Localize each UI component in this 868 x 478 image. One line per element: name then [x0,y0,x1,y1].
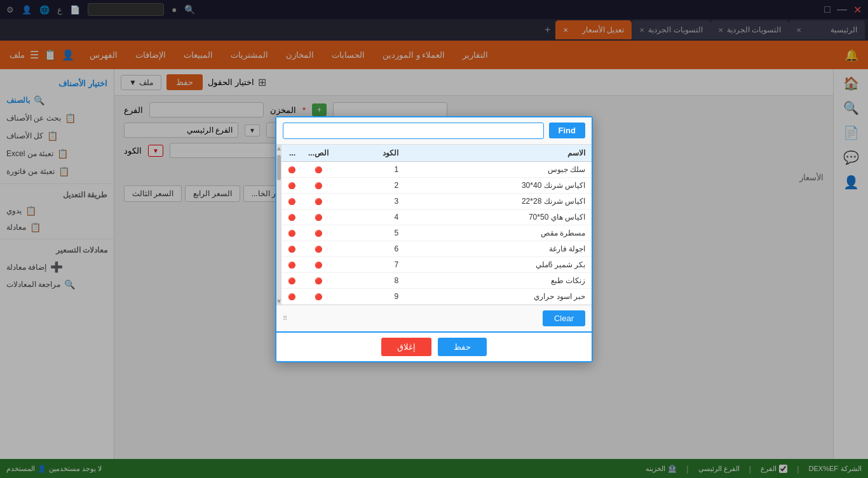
modal-table-row[interactable]: زنكات طبع 8 🔴 🔴 [281,272,592,288]
search-modal: Find الاسم الكود الص... ... [275,116,593,362]
modal-table: الاسم الكود الص... ... سلك جبوس 1 🔴 🔴 اك… [281,145,592,305]
modal-footer: Clear ⠿ [276,305,592,331]
row-code: 6 [335,241,405,256]
modal-bottom-bar: حفظ إغلاق [276,331,592,361]
row-icon2: 🔴 [302,256,335,272]
row-code: 8 [335,272,405,288]
row-name: مسطرة مقص [405,225,592,241]
modal-table-row[interactable]: بكر شمير 6ملي 7 🔴 🔴 [281,256,592,272]
row-code: 9 [335,288,405,304]
row-icon2: 🔴 [302,161,335,177]
row-icon2: 🔴 [302,177,335,193]
modal-search-input[interactable] [283,123,544,139]
modal-overlay: Find الاسم الكود الص... ... [0,0,868,478]
row-icon1: 🔴 [281,209,302,225]
modal-table-wrapper: الاسم الكود الص... ... سلك جبوس 1 🔴 🔴 اك… [276,145,592,305]
row-icon1: 🔴 [281,272,302,288]
row-icon2: 🔴 [302,209,335,225]
row-icon2: 🔴 [302,272,335,288]
row-code: 5 [335,225,405,241]
col-icon2-header: الص... [302,145,335,162]
row-icon1: 🔴 [281,161,302,177]
modal-table-row[interactable]: سلك جبوس 1 🔴 🔴 [281,161,592,177]
row-name: اجولة فارغة [405,241,592,256]
row-icon1: 🔴 [281,288,302,304]
row-icon2: 🔴 [302,241,335,256]
row-icon2: 🔴 [302,225,335,241]
modal-resize-hint: ⠿ [283,315,287,322]
row-code: 7 [335,256,405,272]
row-name: بكر شمير 6ملي [405,256,592,272]
modal-find-button[interactable]: Find [549,123,585,138]
row-name: حبر اسود حراري [405,288,592,304]
modal-table-row[interactable]: اكياس هاي 50*70 4 🔴 🔴 [281,209,592,225]
modal-table-row[interactable]: اجولة فارغة 6 🔴 🔴 [281,241,592,256]
row-icon1: 🔴 [281,256,302,272]
row-code: 1 [335,161,405,177]
modal-table-row[interactable]: حبر اسود حراري 9 🔴 🔴 [281,288,592,304]
row-icon1: 🔴 [281,177,302,193]
row-name: اكياس هاي 50*70 [405,209,592,225]
col-name-header: الاسم [405,145,592,162]
row-icon2: 🔴 [302,288,335,304]
row-name: زنكات طبع [405,272,592,288]
modal-clear-button[interactable]: Clear [543,310,585,326]
col-icon1-header: ... [281,145,302,162]
modal-save-button[interactable]: حفظ [438,338,487,356]
row-icon1: 🔴 [281,193,302,209]
row-code: 2 [335,177,405,193]
modal-search-row: Find [276,117,592,145]
row-name: سلك جبوس [405,161,592,177]
modal-table-row[interactable]: مسطرة مقص 5 🔴 🔴 [281,225,592,241]
modal-table-row[interactable]: اكياس شرنك 40*30 2 🔴 🔴 [281,177,592,193]
col-code-header: الكود [335,145,405,162]
modal-scrollbar[interactable]: ▲ ▼ [276,145,281,305]
row-icon2: 🔴 [302,193,335,209]
row-name: اكياس شرنك 28*22 [405,193,592,209]
modal-close-button[interactable]: إغلاق [381,338,431,356]
row-code: 4 [335,209,405,225]
row-icon1: 🔴 [281,225,302,241]
row-name: اكياس شرنك 40*30 [405,177,592,193]
row-code: 3 [335,193,405,209]
row-icon1: 🔴 [281,241,302,256]
modal-table-row[interactable]: اكياس شرنك 28*22 3 🔴 🔴 [281,193,592,209]
